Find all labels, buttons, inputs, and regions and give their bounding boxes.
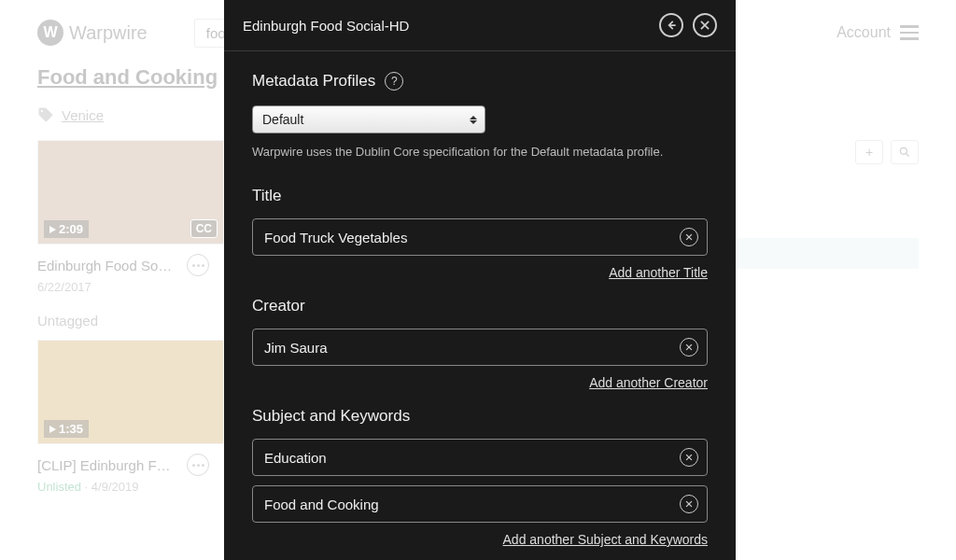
- subject-field-label: Subject and Keywords: [252, 407, 708, 426]
- x-icon: [684, 232, 694, 242]
- modal-title: Edinburgh Food Social-HD: [243, 18, 409, 34]
- profile-selected-value: Default: [262, 112, 303, 127]
- clear-subject-button-1[interactable]: [680, 448, 698, 467]
- creator-input[interactable]: [252, 329, 708, 366]
- creator-field-label: Creator: [252, 297, 708, 315]
- arrow-left-icon: [665, 19, 678, 32]
- profile-help-text: Warpwire uses the Dublin Core specificat…: [252, 145, 708, 159]
- title-field-label: Title: [252, 187, 708, 205]
- subject-input-1[interactable]: [252, 439, 708, 476]
- profile-dropdown[interactable]: Default: [252, 105, 485, 133]
- modal-header: Edinburgh Food Social-HD: [224, 0, 736, 51]
- metadata-profiles-label: Metadata Profiles ?: [252, 72, 708, 91]
- add-creator-link[interactable]: Add another Creator: [252, 375, 708, 390]
- x-icon: [684, 499, 694, 509]
- add-title-link[interactable]: Add another Title: [252, 265, 708, 280]
- subject-input-2[interactable]: [252, 485, 708, 523]
- metadata-modal: Edinburgh Food Social-HD Metadata Profil…: [224, 0, 736, 560]
- add-subject-link[interactable]: Add another Subject and Keywords: [252, 532, 708, 547]
- close-button[interactable]: [693, 13, 717, 37]
- back-button[interactable]: [659, 13, 683, 37]
- clear-title-button[interactable]: [680, 228, 698, 246]
- clear-subject-button-2[interactable]: [680, 495, 698, 513]
- title-input[interactable]: [252, 218, 708, 256]
- help-icon[interactable]: ?: [385, 72, 403, 91]
- modal-body: Metadata Profiles ? Default Warpwire use…: [224, 51, 736, 560]
- x-icon: [684, 343, 694, 352]
- select-arrows-icon: [470, 116, 477, 124]
- clear-creator-button[interactable]: [680, 338, 698, 357]
- x-icon: [684, 453, 694, 462]
- close-icon: [698, 19, 711, 32]
